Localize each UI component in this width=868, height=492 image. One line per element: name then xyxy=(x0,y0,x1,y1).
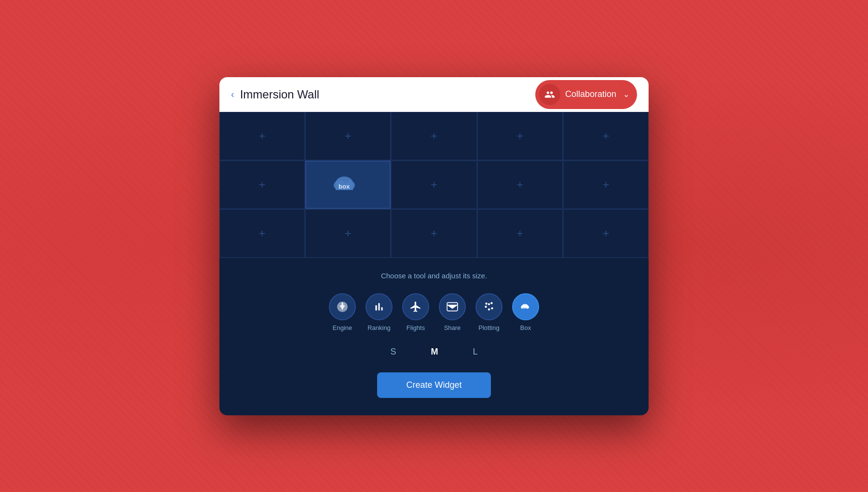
plotting-tool-circle[interactable] xyxy=(475,293,502,320)
tool-item-share[interactable]: Share xyxy=(439,293,466,331)
collaboration-button[interactable]: Collaboration ⌄ xyxy=(535,80,637,109)
plotting-icon xyxy=(483,301,495,313)
ranking-icon xyxy=(373,301,385,313)
add-icon-2-1: + xyxy=(345,228,352,239)
box-widget-logo: box xyxy=(306,162,390,208)
add-icon-2-0: + xyxy=(259,228,266,239)
grid-cell-0-4[interactable]: + xyxy=(563,112,649,160)
box-logo-svg: box xyxy=(329,173,367,197)
back-button[interactable]: ‹ xyxy=(231,89,234,100)
add-icon-0-0: + xyxy=(259,130,266,142)
tool-item-flights[interactable]: Flights xyxy=(402,293,429,331)
share-tool-circle[interactable] xyxy=(439,293,466,320)
size-selector: S M L xyxy=(239,345,629,359)
svg-point-7 xyxy=(488,303,490,305)
collaboration-icon-circle xyxy=(539,84,560,105)
svg-text:box: box xyxy=(523,307,527,310)
add-icon-2-2: + xyxy=(431,228,437,239)
main-modal: ‹ Immersion Wall Collaboration ⌄ + + + +… xyxy=(219,77,649,415)
collaboration-label: Collaboration xyxy=(565,89,616,99)
box-tool-icon: box xyxy=(519,301,532,313)
add-icon-2-3: + xyxy=(516,228,523,239)
grid-cell-0-2[interactable]: + xyxy=(391,112,476,160)
add-icon-0-1: + xyxy=(345,130,352,142)
tool-item-plotting[interactable]: Plotting xyxy=(475,293,502,331)
grid-cell-2-4[interactable]: + xyxy=(563,209,649,258)
flights-label: Flights xyxy=(407,324,425,331)
size-s[interactable]: S xyxy=(384,345,402,359)
share-icon xyxy=(446,301,459,313)
engine-label: Engine xyxy=(333,324,352,331)
box-label: Box xyxy=(520,324,531,331)
grid-area: + + + + + + box xyxy=(219,112,649,258)
bottom-panel: Choose a tool and adjust its size. Engin… xyxy=(219,258,649,415)
grid-cell-2-2[interactable]: + xyxy=(391,209,476,258)
svg-point-8 xyxy=(491,307,493,309)
grid-cell-1-0[interactable]: + xyxy=(219,161,305,209)
svg-point-9 xyxy=(488,308,490,310)
add-icon-0-4: + xyxy=(602,130,609,142)
grid-cell-0-0[interactable]: + xyxy=(219,112,305,160)
ranking-tool-circle[interactable] xyxy=(366,293,393,320)
grid-cell-1-3[interactable]: + xyxy=(477,161,563,209)
engine-icon xyxy=(336,301,349,313)
widget-grid: + + + + + + box xyxy=(219,112,649,258)
grid-cell-2-1[interactable]: + xyxy=(305,209,391,258)
grid-cell-box-widget[interactable]: box xyxy=(305,161,391,209)
engine-tool-circle[interactable] xyxy=(329,293,356,320)
chevron-down-icon: ⌄ xyxy=(623,90,629,99)
size-l[interactable]: L xyxy=(467,345,484,359)
add-icon-1-4: + xyxy=(602,179,609,191)
add-icon-1-0: + xyxy=(259,179,266,191)
add-icon-2-4: + xyxy=(602,228,609,239)
svg-text:box: box xyxy=(339,183,350,190)
size-m[interactable]: M xyxy=(425,345,444,359)
ranking-label: Ranking xyxy=(367,324,391,331)
svg-point-10 xyxy=(485,302,487,304)
grid-cell-0-3[interactable]: + xyxy=(477,112,563,160)
tool-item-engine[interactable]: Engine xyxy=(329,293,356,331)
add-icon-1-3: + xyxy=(516,179,523,191)
grid-cell-0-1[interactable]: + xyxy=(305,112,391,160)
header: ‹ Immersion Wall Collaboration ⌄ xyxy=(219,77,649,112)
plotting-label: Plotting xyxy=(478,324,499,331)
create-widget-button[interactable]: Create Widget xyxy=(377,372,490,398)
collaboration-icon xyxy=(544,89,555,100)
box-tool-circle[interactable]: box xyxy=(512,293,539,320)
grid-cell-1-4[interactable]: + xyxy=(563,161,649,209)
tool-item-box[interactable]: box Box xyxy=(512,293,539,331)
svg-point-11 xyxy=(490,302,492,304)
share-label: Share xyxy=(444,324,461,331)
instruction-text: Choose a tool and adjust its size. xyxy=(239,272,629,280)
add-icon-0-3: + xyxy=(516,130,523,142)
grid-cell-1-2[interactable]: + xyxy=(391,161,476,209)
grid-cell-2-3[interactable]: + xyxy=(477,209,563,258)
add-icon-0-2: + xyxy=(431,130,437,142)
tool-item-ranking[interactable]: Ranking xyxy=(366,293,393,331)
svg-point-6 xyxy=(485,305,487,307)
page-title: Immersion Wall xyxy=(240,88,535,101)
grid-cell-2-0[interactable]: + xyxy=(219,209,305,258)
flights-tool-circle[interactable] xyxy=(402,293,429,320)
tools-row: Engine Ranking Flights xyxy=(239,293,629,331)
flights-icon xyxy=(409,301,422,313)
add-icon-1-2: + xyxy=(431,179,437,191)
